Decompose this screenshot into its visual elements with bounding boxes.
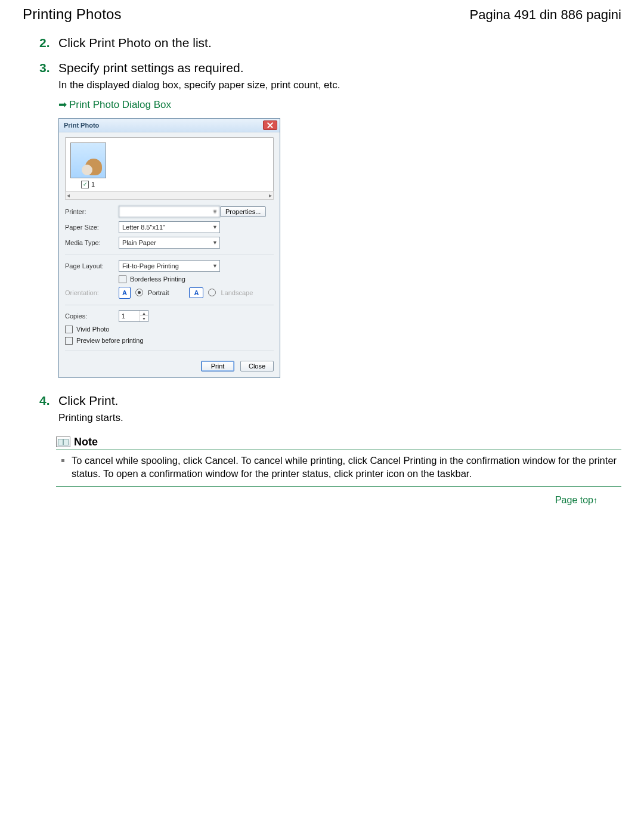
step-2-title: Click Print Photo on the list.: [58, 36, 212, 50]
print-photo-dialog-link-label: Print Photo Dialog Box: [69, 98, 171, 112]
thumbnail-area: ✓ 1: [65, 137, 274, 191]
note-text: To cancel while spooling, click Cancel. …: [72, 455, 617, 479]
step-4-desc: Printing starts.: [58, 411, 621, 425]
paper-size-select[interactable]: Letter 8.5"x11"▼: [119, 221, 220, 233]
step-3-number: 3.: [39, 61, 54, 75]
preview-checkbox[interactable]: [65, 337, 73, 345]
landscape-icon: A: [189, 287, 203, 298]
arrow-right-icon: ➡: [58, 98, 67, 112]
step-4-title: Click Print.: [58, 394, 118, 408]
print-photo-dialog: Print Photo ✓ 1 ◂▸ Printer:: [58, 118, 280, 378]
portrait-icon: A: [119, 287, 131, 299]
thumbnail-index: 1: [91, 181, 95, 188]
print-button[interactable]: Print: [201, 361, 234, 371]
printer-select[interactable]: ▼: [119, 206, 220, 218]
copies-label: Copies:: [65, 312, 119, 320]
printer-label: Printer:: [65, 208, 119, 215]
borderless-label: Borderless Printing: [130, 275, 185, 283]
page-layout-select[interactable]: Fit-to-Page Printing▼: [119, 260, 220, 272]
portrait-radio[interactable]: [135, 289, 143, 296]
arrow-up-icon: ↑: [593, 496, 597, 505]
step-2-number: 2.: [39, 36, 54, 50]
vivid-photo-checkbox[interactable]: [65, 326, 73, 333]
paper-size-label: Paper Size:: [65, 224, 119, 231]
step-3-title: Specify print settings as required.: [58, 61, 244, 75]
preview-label: Preview before printing: [76, 337, 144, 344]
note-icon: [56, 436, 70, 447]
landscape-radio[interactable]: [208, 289, 216, 296]
step-3-desc: In the displayed dialog box, specify pap…: [58, 79, 621, 92]
media-type-select[interactable]: Plain Paper▼: [119, 237, 220, 249]
media-type-label: Media Type:: [65, 239, 119, 246]
thumbnail-checkbox[interactable]: ✓: [81, 181, 89, 188]
note-title: Note: [74, 436, 98, 448]
orientation-label: Orientation:: [65, 289, 119, 296]
portrait-label: Portrait: [148, 289, 169, 296]
landscape-label: Landscape: [221, 289, 253, 296]
photo-thumbnail[interactable]: [70, 143, 106, 178]
step-4-number: 4.: [39, 394, 54, 408]
vivid-photo-label: Vivid Photo: [76, 326, 109, 333]
page-top-link[interactable]: Page top↑: [555, 495, 597, 505]
copies-stepper[interactable]: 1 ▲▼: [119, 310, 148, 322]
close-icon[interactable]: [263, 120, 277, 130]
properties-button[interactable]: Properties...: [220, 206, 266, 217]
page-layout-label: Page Layout:: [65, 262, 119, 270]
close-button[interactable]: Close: [240, 361, 274, 371]
page-counter: Pagina 491 din 886 pagini: [470, 7, 621, 23]
print-photo-dialog-link[interactable]: ➡ Print Photo Dialog Box: [58, 98, 171, 112]
thumbnail-scrollbar[interactable]: ◂▸: [65, 191, 274, 200]
dialog-title: Print Photo: [64, 122, 99, 129]
page-title: Printing Photos: [23, 6, 122, 23]
borderless-checkbox[interactable]: [119, 275, 126, 283]
